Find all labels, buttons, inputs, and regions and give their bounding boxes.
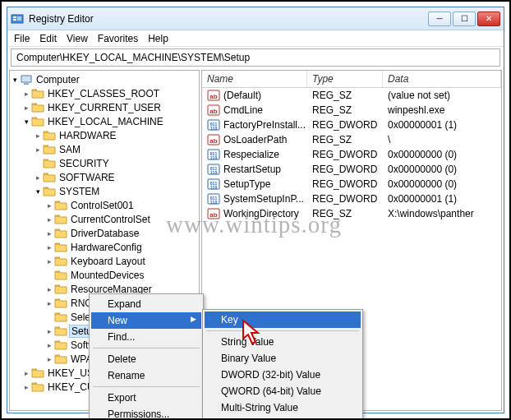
titlebar: Registry Editor ─ ☐ ✕ <box>7 7 504 30</box>
tree-label: CurrentControlSet <box>69 214 152 225</box>
value-name: WorkingDirectory <box>223 208 299 219</box>
ctx-separator <box>93 386 200 387</box>
minimize-button[interactable]: ─ <box>428 12 451 26</box>
menu-edit[interactable]: Edit <box>39 33 57 44</box>
menu-help[interactable]: Help <box>148 33 168 44</box>
value-name: SetupType <box>223 178 270 190</box>
ctx-delete[interactable]: Delete <box>91 351 201 367</box>
tree-label: HardwareConfig <box>69 242 144 253</box>
tree-keyboardlayout[interactable]: ▸Keyboard Layout <box>10 254 199 268</box>
svg-text:110: 110 <box>210 126 218 131</box>
tree-hkcr[interactable]: ▸HKEY_CLASSES_ROOT <box>10 86 199 100</box>
tree-mounteddevices[interactable]: MountedDevices <box>10 268 199 282</box>
tree-driverdatabase[interactable]: ▸DriverDatabase <box>10 226 199 240</box>
svg-text:110: 110 <box>210 170 218 175</box>
svg-text:110: 110 <box>210 185 218 190</box>
tree-hkcu[interactable]: ▸HKEY_CURRENT_USER <box>10 100 199 114</box>
menu-file[interactable]: File <box>14 33 30 44</box>
tree-computer[interactable]: ▾Computer <box>10 72 199 86</box>
value-type: REG_DWORD <box>307 178 383 190</box>
value-type: REG_SZ <box>307 90 383 101</box>
value-data: 0x00000000 (0) <box>383 149 501 160</box>
value-name: SystemSetupInP... <box>223 193 304 205</box>
list-row[interactable]: 011110SystemSetupInP...REG_DWORD0x000000… <box>202 192 501 206</box>
string-value-icon: ab <box>207 104 220 117</box>
value-name: FactoryPreInstall... <box>223 119 306 131</box>
ctx-new-dword32[interactable]: DWORD (32-bit) Value <box>205 367 361 383</box>
list-row[interactable]: abOsLoaderPathREG_SZ\ <box>202 132 501 147</box>
col-header-type[interactable]: Type <box>307 71 383 87</box>
value-name: Respecialize <box>223 149 279 160</box>
list-row[interactable]: abCmdLineREG_SZwinpeshl.exe <box>202 103 501 118</box>
value-data: \ <box>383 134 501 145</box>
ctx-export[interactable]: Export <box>91 390 201 406</box>
tree-software[interactable]: ▸SOFTWARE <box>10 170 199 184</box>
value-type: REG_DWORD <box>307 164 383 175</box>
col-header-name[interactable]: Name <box>202 71 307 87</box>
svg-text:ab: ab <box>209 108 217 115</box>
menu-view[interactable]: View <box>67 33 88 44</box>
ctx-permissions[interactable]: Permissions... <box>91 406 201 420</box>
folder-icon <box>31 381 44 393</box>
folder-icon <box>20 74 33 85</box>
ctx-rename[interactable]: Rename <box>91 367 201 384</box>
app-icon <box>11 12 24 25</box>
context-menu-new: Key String Value Binary Value DWORD (32-… <box>202 309 363 420</box>
folder-icon <box>43 172 56 183</box>
svg-rect-3 <box>17 16 21 21</box>
ctx-find[interactable]: Find... <box>91 329 201 345</box>
tree-label: DriverDatabase <box>69 228 140 239</box>
tree-controlset001[interactable]: ▸ControlSet001 <box>10 198 199 212</box>
tree-hardwareconfig[interactable]: ▸HardwareConfig <box>10 240 199 254</box>
tree-hklm[interactable]: ▾HKEY_LOCAL_MACHINE <box>10 114 199 128</box>
ctx-new-string[interactable]: String Value <box>205 334 361 350</box>
list-row[interactable]: 011110RespecializeREG_DWORD0x00000000 (0… <box>202 147 501 162</box>
window-buttons: ─ ☐ ✕ <box>428 12 500 26</box>
ctx-new-label: New <box>108 315 127 326</box>
tree-label: SAM <box>58 144 82 155</box>
list-row[interactable]: 011110SetupTypeREG_DWORD0x00000000 (0) <box>202 177 501 192</box>
tree-system[interactable]: ▾SYSTEM <box>10 184 199 198</box>
ctx-expand[interactable]: Expand <box>91 296 201 312</box>
value-data: winpeshl.exe <box>383 104 501 116</box>
folder-icon <box>43 158 56 169</box>
dword-value-icon: 011110 <box>207 148 220 161</box>
tree-label: SYSTEM <box>58 186 101 197</box>
value-name: RestartSetup <box>223 164 281 175</box>
list-body: ab(Default)REG_SZ(value not set)abCmdLin… <box>202 88 501 221</box>
close-button[interactable]: ✕ <box>477 12 500 26</box>
tree-label: Keyboard Layout <box>69 256 147 267</box>
dword-value-icon: 011110 <box>207 118 220 132</box>
folder-icon <box>54 312 67 323</box>
tree-security[interactable]: SECURITY <box>10 156 199 170</box>
list-row[interactable]: 011110RestartSetupREG_DWORD0x00000000 (0… <box>202 162 501 177</box>
menu-favorites[interactable]: Favorites <box>98 33 138 44</box>
value-name: (Default) <box>223 90 261 101</box>
tree-label: HKEY_LOCAL_MACHINE <box>46 116 165 127</box>
value-type: REG_DWORD <box>307 119 383 131</box>
address-bar[interactable]: Computer\HKEY_LOCAL_MACHINE\SYSTEM\Setup <box>11 48 500 67</box>
col-header-data[interactable]: Data <box>383 71 501 87</box>
dword-value-icon: 011110 <box>207 178 220 191</box>
tree-hardware[interactable]: ▸HARDWARE <box>10 128 199 142</box>
ctx-new-multistring[interactable]: Multi-String Value <box>205 399 361 416</box>
svg-text:110: 110 <box>210 155 218 160</box>
tree-sam[interactable]: ▸SAM <box>10 142 199 156</box>
value-type: REG_SZ <box>307 134 383 145</box>
folder-icon <box>54 214 67 225</box>
list-row[interactable]: 011110FactoryPreInstall...REG_DWORD0x000… <box>202 118 501 132</box>
ctx-new-expandable[interactable]: Expandable String Value <box>205 416 361 420</box>
ctx-new[interactable]: New ▶ <box>91 312 201 329</box>
ctx-new-key[interactable]: Key <box>205 312 361 328</box>
maximize-button[interactable]: ☐ <box>453 12 476 26</box>
ctx-separator <box>206 330 359 331</box>
value-type: REG_SZ <box>307 104 383 116</box>
ctx-new-qword64[interactable]: QWORD (64-bit) Value <box>205 383 361 399</box>
folder-icon <box>54 298 67 309</box>
tree-currentcontrolset[interactable]: ▸CurrentControlSet <box>10 212 199 226</box>
list-row[interactable]: abWorkingDirectoryREG_SZX:\windows\panth… <box>202 206 501 221</box>
folder-icon <box>43 130 56 141</box>
ctx-new-binary[interactable]: Binary Value <box>205 350 361 367</box>
tree-label: HKEY_CLASSES_ROOT <box>46 88 161 99</box>
list-row[interactable]: ab(Default)REG_SZ(value not set) <box>202 88 501 103</box>
